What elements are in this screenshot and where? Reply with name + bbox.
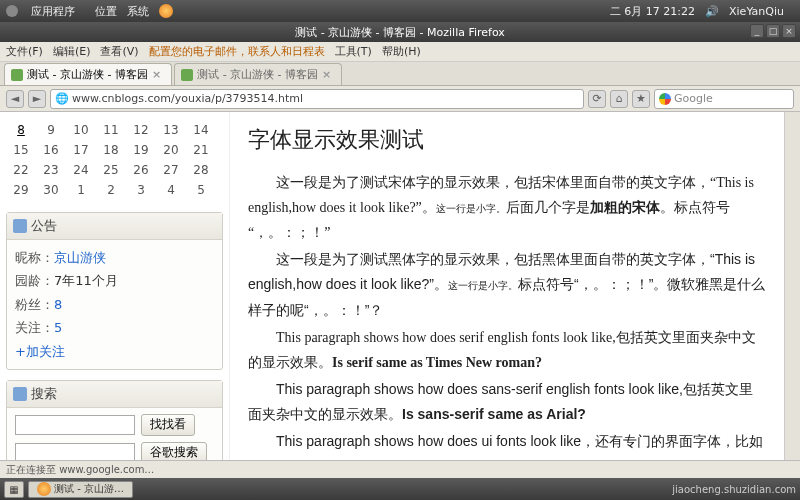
fans-link[interactable]: 8 bbox=[54, 297, 62, 312]
follow-link[interactable]: 5 bbox=[54, 320, 62, 335]
calendar-day[interactable]: 4 bbox=[156, 180, 186, 200]
desktop-bottom-panel: ▦ 测试 - 京山游… jiaocheng.shuzidian.com bbox=[0, 478, 800, 500]
show-desktop-button[interactable]: ▦ bbox=[4, 481, 24, 498]
calendar-day[interactable]: 20 bbox=[156, 140, 186, 160]
tab-close-icon[interactable]: × bbox=[152, 68, 161, 81]
calendar-day[interactable]: 19 bbox=[126, 140, 156, 160]
status-text: 正在连接至 www.google.com… bbox=[6, 463, 154, 477]
menu-view[interactable]: 查看(V) bbox=[100, 44, 138, 59]
calendar-day[interactable]: 30 bbox=[36, 180, 66, 200]
search-placeholder: Google bbox=[674, 92, 713, 105]
system-tray: jiaocheng.shuzidian.com bbox=[672, 484, 796, 495]
window-titlebar: 测试 - 京山游侠 - 博客园 - Mozilla Firefox _ □ × bbox=[0, 22, 800, 42]
calendar-day[interactable]: 21 bbox=[186, 140, 216, 160]
para-serif-en: This paragraph shows how does serif engl… bbox=[248, 325, 766, 375]
calendar-day[interactable]: 23 bbox=[36, 160, 66, 180]
calendar-day[interactable]: 27 bbox=[156, 160, 186, 180]
calendar-day[interactable]: 5 bbox=[186, 180, 216, 200]
tab-label: 测试 - 京山游侠 - 博客园 bbox=[27, 67, 148, 82]
tab-close-icon[interactable]: × bbox=[322, 68, 331, 81]
age-value: 7年11个月 bbox=[54, 273, 118, 288]
calendar-day[interactable]: 24 bbox=[66, 160, 96, 180]
nick-link[interactable]: 京山游侠 bbox=[54, 250, 106, 265]
calendar-day[interactable]: 10 bbox=[66, 120, 96, 140]
forward-button[interactable]: ► bbox=[28, 90, 46, 108]
calendar-day[interactable]: 9 bbox=[36, 120, 66, 140]
window-close-button[interactable]: × bbox=[782, 24, 796, 38]
panel-heading: 搜索 bbox=[7, 381, 222, 408]
back-button[interactable]: ◄ bbox=[6, 90, 24, 108]
tab-inactive[interactable]: 测试 - 京山游侠 - 博客园 × bbox=[174, 63, 342, 85]
watermark-text: jiaocheng.shuzidian.com bbox=[672, 484, 796, 495]
menu-tools[interactable]: 工具(T) bbox=[335, 44, 372, 59]
para-sans-hei: 这一段是为了测试黑体字的显示效果，包括黑体里面自带的英文字体，“This is … bbox=[248, 247, 766, 323]
user-menu[interactable]: XieYanQiu bbox=[729, 5, 784, 18]
search-input[interactable]: Google bbox=[654, 89, 794, 109]
menu-file[interactable]: 文件(F) bbox=[6, 44, 43, 59]
calendar-day[interactable]: 11 bbox=[96, 120, 126, 140]
taskbar-window-button[interactable]: 测试 - 京山游… bbox=[28, 481, 133, 498]
home-button[interactable]: ⌂ bbox=[610, 90, 628, 108]
sidebar: 891011121314 15161718192021 222324252627… bbox=[0, 112, 230, 460]
calendar-day[interactable]: 1 bbox=[66, 180, 96, 200]
calendar-day[interactable]: 3 bbox=[126, 180, 156, 200]
url-text: www.cnblogs.com/youxia/p/3793514.html bbox=[72, 92, 303, 105]
calendar-day[interactable]: 29 bbox=[6, 180, 36, 200]
calendar-day[interactable]: 26 bbox=[126, 160, 156, 180]
tab-active[interactable]: 测试 - 京山游侠 - 博客园 × bbox=[4, 63, 172, 85]
para-ui-font: This paragraph shows how does ui fonts l… bbox=[248, 429, 766, 460]
firefox-icon bbox=[37, 482, 51, 496]
menu-edit[interactable]: 编辑(E) bbox=[53, 44, 91, 59]
calendar-day[interactable]: 15 bbox=[6, 140, 36, 160]
blog-search-input[interactable] bbox=[15, 415, 135, 435]
firefox-launcher-icon[interactable] bbox=[159, 4, 173, 18]
search-icon bbox=[13, 387, 27, 401]
bookmark-button[interactable]: ★ bbox=[632, 90, 650, 108]
calendar-day[interactable]: 14 bbox=[186, 120, 216, 140]
window-minimize-button[interactable]: _ bbox=[750, 24, 764, 38]
url-input[interactable]: 🌐 www.cnblogs.com/youxia/p/3793514.html bbox=[50, 89, 584, 109]
status-bar: 正在连接至 www.google.com… bbox=[0, 460, 800, 478]
calendar-day[interactable]: 17 bbox=[66, 140, 96, 160]
gnome-foot-icon bbox=[6, 5, 18, 17]
tab-label: 测试 - 京山游侠 - 博客园 bbox=[197, 67, 318, 82]
firefox-menubar: 文件(F) 编辑(E) 查看(V) 配置您的电子邮件，联系人和日程表 工具(T)… bbox=[0, 42, 800, 62]
clock[interactable]: 二 6月 17 21:22 bbox=[610, 4, 695, 19]
system-menu[interactable]: 系统 bbox=[127, 4, 149, 19]
window-title: 测试 - 京山游侠 - 博客园 - Mozilla Firefox bbox=[295, 25, 505, 40]
tab-strip: 测试 - 京山游侠 - 博客园 × 测试 - 京山游侠 - 博客园 × bbox=[0, 62, 800, 86]
calendar-day[interactable]: 28 bbox=[186, 160, 216, 180]
calendar-day[interactable]: 2 bbox=[96, 180, 126, 200]
calendar-widget[interactable]: 891011121314 15161718192021 222324252627… bbox=[6, 120, 223, 200]
globe-icon: 🌐 bbox=[55, 92, 69, 105]
search-panel: 搜索 找找看 谷歌搜索 bbox=[6, 380, 223, 460]
calendar-day[interactable]: 22 bbox=[6, 160, 36, 180]
vertical-scrollbar[interactable] bbox=[784, 112, 800, 460]
google-search-input[interactable] bbox=[15, 443, 135, 460]
reload-button[interactable]: ⟳ bbox=[588, 90, 606, 108]
fans-label: 粉丝： bbox=[15, 297, 54, 312]
menu-help[interactable]: 帮助(H) bbox=[382, 44, 421, 59]
volume-icon[interactable]: 🔊 bbox=[705, 5, 719, 18]
places-menu[interactable]: 位置 bbox=[95, 4, 117, 19]
favicon-icon bbox=[11, 69, 23, 81]
menu-mail-setup[interactable]: 配置您的电子邮件，联系人和日程表 bbox=[149, 44, 325, 59]
calendar-day[interactable]: 16 bbox=[36, 140, 66, 160]
panel-heading: 公告 bbox=[7, 213, 222, 240]
add-follow-link[interactable]: +加关注 bbox=[15, 344, 65, 359]
calendar-day[interactable]: 18 bbox=[96, 140, 126, 160]
window-maximize-button[interactable]: □ bbox=[766, 24, 780, 38]
calendar-day[interactable]: 25 bbox=[96, 160, 126, 180]
article-content: 字体显示效果测试 这一段是为了测试宋体字的显示效果，包括宋体里面自带的英文字体，… bbox=[230, 112, 784, 460]
apps-menu[interactable]: 应用程序 bbox=[6, 4, 85, 19]
desktop-top-panel: 应用程序 位置 系统 二 6月 17 21:22 🔊 XieYanQiu bbox=[0, 0, 800, 22]
google-search-button[interactable]: 谷歌搜索 bbox=[141, 442, 207, 460]
announce-icon bbox=[13, 219, 27, 233]
calendar-day[interactable]: 13 bbox=[156, 120, 186, 140]
para-sans-en: This paragraph shows how does sans-serif… bbox=[248, 377, 766, 427]
blog-search-button[interactable]: 找找看 bbox=[141, 414, 195, 436]
page-viewport: 891011121314 15161718192021 222324252627… bbox=[0, 112, 800, 460]
follow-label: 关注： bbox=[15, 320, 54, 335]
calendar-day[interactable]: 12 bbox=[126, 120, 156, 140]
calendar-day[interactable]: 8 bbox=[6, 120, 36, 140]
